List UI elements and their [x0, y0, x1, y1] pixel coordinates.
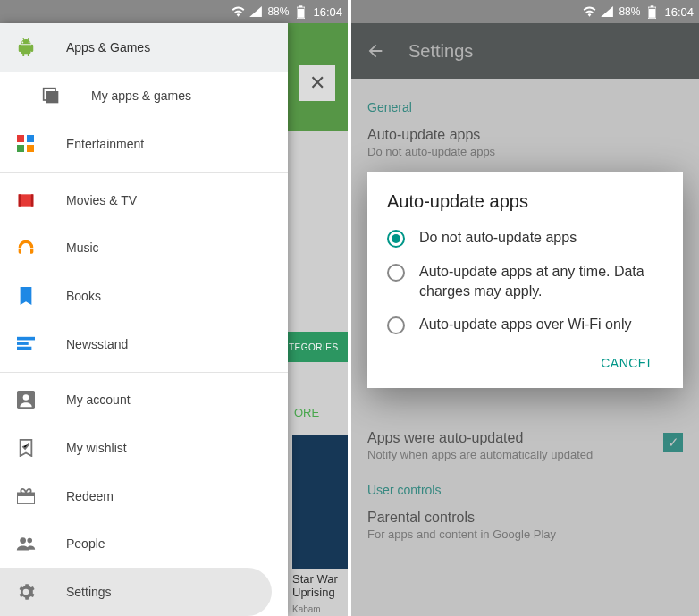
wifi-icon [232, 5, 245, 19]
divider [0, 372, 288, 373]
nav-my-wishlist[interactable]: My wishlist [0, 424, 288, 472]
nav-label: Newsstand [66, 337, 128, 351]
gear-icon [16, 582, 36, 602]
nav-newsstand[interactable]: Newsstand [0, 320, 288, 368]
radio-icon [387, 230, 405, 248]
nav-apps-games[interactable]: Apps & Games [0, 23, 288, 72]
svg-rect-4 [46, 91, 58, 103]
nav-movies[interactable]: Movies & TV [0, 176, 288, 224]
nav-label: Entertainment [66, 137, 144, 151]
android-icon [16, 38, 36, 57]
radio-option-no-update[interactable]: Do not auto-update apps [387, 228, 663, 248]
svg-rect-11 [31, 194, 34, 206]
clock: 16:04 [664, 5, 694, 19]
cancel-button[interactable]: CANCEL [592, 349, 663, 377]
app-card-thumbnail[interactable] [292, 435, 348, 569]
nav-label: People [66, 536, 105, 551]
clock: 16:04 [313, 5, 342, 19]
svg-rect-18 [17, 493, 35, 496]
nav-label: Settings [66, 585, 112, 599]
nav-label: Music [66, 240, 99, 255]
auto-update-dialog: Auto-update apps Do not auto-update apps… [367, 172, 683, 388]
wishlist-icon [16, 438, 36, 458]
svg-rect-7 [17, 145, 24, 152]
nav-label: My apps & games [91, 89, 191, 103]
battery-percent: 88% [619, 5, 640, 18]
radio-option-wifi-only[interactable]: Auto-update apps over Wi-Fi only [387, 315, 663, 334]
signal-icon [248, 5, 262, 19]
battery-percent: 88% [267, 5, 289, 18]
nav-my-account[interactable]: My account [0, 376, 288, 425]
wifi-icon [583, 5, 596, 19]
battery-icon [645, 5, 659, 19]
svg-rect-23 [649, 8, 655, 17]
svg-rect-8 [27, 145, 34, 152]
status-bar: 88% 16:04 [0, 0, 348, 23]
nav-label: My wishlist [66, 441, 127, 455]
svg-point-16 [23, 395, 29, 401]
newsstand-icon [16, 334, 36, 354]
right-screenshot: 88% 16:04 Settings General Auto-update a… [350, 0, 699, 616]
app-card-title: Star War Uprising [292, 572, 348, 599]
categories-tab[interactable]: TEGORIES [285, 332, 348, 362]
music-icon [16, 238, 36, 257]
nav-label: Movies & TV [66, 193, 137, 207]
radio-icon [387, 316, 405, 334]
movies-icon [16, 190, 36, 210]
svg-rect-12 [17, 337, 35, 341]
nav-label: Redeem [66, 489, 114, 503]
svg-rect-10 [19, 194, 21, 206]
left-screenshot: 88% 16:04 ✕ TEGORIES ORE Star War Uprisi… [0, 0, 350, 616]
account-icon [16, 390, 36, 409]
svg-point-19 [20, 538, 26, 544]
status-bar: 88% 16:04 [351, 0, 699, 23]
books-icon [16, 286, 36, 306]
more-link[interactable]: ORE [294, 406, 348, 424]
nav-redeem[interactable]: Redeem [0, 472, 288, 520]
svg-point-20 [27, 538, 32, 544]
entertainment-icon [16, 134, 36, 154]
nav-entertainment[interactable]: Entertainment [0, 120, 288, 168]
radio-label: Auto-update apps at any time. Data charg… [419, 262, 663, 300]
battery-icon [294, 5, 307, 19]
nav-label: My account [66, 392, 131, 407]
svg-rect-13 [17, 342, 29, 345]
svg-rect-6 [27, 135, 34, 142]
apps-icon [41, 86, 61, 105]
divider [0, 172, 288, 173]
dialog-title: Auto-update apps [387, 191, 663, 212]
nav-books[interactable]: Books [0, 272, 288, 320]
radio-option-any-time[interactable]: Auto-update apps at any time. Data charg… [387, 262, 663, 300]
signal-icon [600, 5, 613, 19]
nav-people[interactable]: People [0, 520, 288, 569]
radio-icon [387, 264, 405, 282]
app-card-meta: Kabam 4.2 ★ [292, 604, 348, 616]
redeem-icon [16, 486, 36, 506]
radio-label: Auto-update apps over Wi-Fi only [419, 315, 631, 334]
nav-label: Books [66, 289, 101, 303]
nav-my-apps[interactable]: My apps & games [0, 72, 288, 121]
navigation-drawer: Apps & Games My apps & games Entertainme… [0, 23, 288, 616]
close-button[interactable]: ✕ [299, 65, 335, 101]
nav-music[interactable]: Music [0, 224, 288, 273]
svg-rect-5 [17, 135, 24, 142]
svg-rect-14 [17, 347, 31, 350]
radio-label: Do not auto-update apps [419, 228, 577, 248]
nav-label: Apps & Games [66, 40, 150, 55]
people-icon [16, 534, 36, 553]
svg-rect-2 [298, 8, 304, 17]
nav-settings[interactable]: Settings [0, 568, 272, 616]
